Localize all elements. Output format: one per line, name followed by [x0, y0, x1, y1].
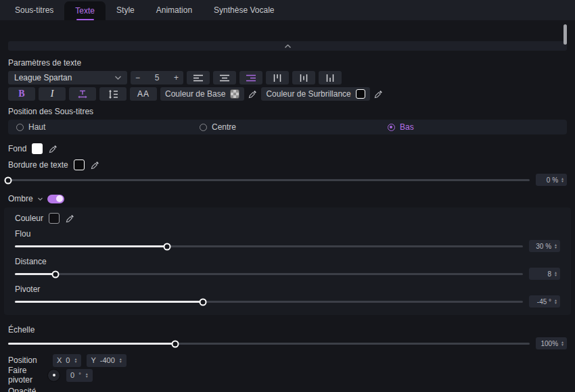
fond-row: Fond — [8, 143, 567, 155]
vertical-align-top-button[interactable] — [266, 71, 289, 84]
tab-texte[interactable]: Texte — [64, 1, 106, 20]
letter-spacing-button[interactable] — [69, 87, 96, 101]
font-size-decrease-button[interactable]: − — [135, 73, 140, 82]
subtitle-position-options: Haut Centre Bas — [8, 120, 567, 134]
distance-slider[interactable] — [15, 268, 523, 279]
position-x-stepper[interactable]: X 0 ▲▼ — [53, 354, 81, 367]
radio-icon — [16, 124, 24, 131]
ombre-toggle[interactable] — [47, 195, 64, 203]
echelle-value-box[interactable]: 100% ▲▼ — [536, 337, 567, 349]
slider-knob[interactable] — [164, 243, 171, 250]
distance-value-box[interactable]: 8 ▲▼ — [529, 268, 560, 280]
stepper-arrows[interactable]: ▲▼ — [561, 341, 564, 347]
ombre-chevron-down-icon[interactable] — [38, 197, 43, 201]
base-color-button[interactable]: Couleur de Base — [160, 87, 244, 101]
position-label: Position — [8, 356, 53, 365]
highlight-color-button[interactable]: Couleur de Surbrillance — [261, 87, 369, 101]
highlight-color-eyedropper-icon[interactable] — [374, 90, 383, 99]
tab-animation[interactable]: Animation — [145, 0, 203, 20]
pivoter-label: Pivoter — [15, 285, 560, 294]
italic-button[interactable]: I — [39, 87, 66, 101]
font-size-value[interactable]: 5 — [155, 73, 160, 82]
stepper-arrows[interactable]: ▲▼ — [85, 372, 89, 378]
line-spacing-button[interactable] — [99, 87, 127, 101]
position-y-stepper[interactable]: Y -400 ▲▼ — [87, 354, 126, 367]
chevron-down-icon — [115, 76, 121, 80]
bold-button[interactable]: B — [8, 87, 35, 101]
align-right-button[interactable] — [239, 71, 262, 84]
slider-knob[interactable] — [52, 270, 60, 278]
slider-knob[interactable] — [199, 298, 206, 305]
slider-fill — [15, 245, 167, 247]
opacite-label: Opacité — [8, 387, 567, 392]
position-option-label: Haut — [28, 122, 45, 132]
stepper-arrows[interactable]: ▲▼ — [554, 271, 557, 277]
position-option-label: Centre — [212, 122, 236, 132]
letter-spacing-icon — [78, 90, 87, 99]
highlight-color-swatch[interactable] — [356, 89, 365, 99]
stepper-arrows[interactable]: ▲▼ — [554, 243, 557, 249]
stepper-arrows[interactable]: ▲▼ — [554, 299, 557, 305]
bordure-value-box[interactable]: 0 % ▲▼ — [536, 174, 567, 186]
panel-top-area — [0, 20, 575, 41]
ombre-color-swatch[interactable] — [49, 213, 60, 224]
degree-unit: ° — [78, 372, 81, 378]
vertical-align-top-icon — [273, 74, 281, 82]
slider-knob[interactable] — [171, 340, 179, 347]
pivoter-slider-row: -45 ° ▲▼ — [15, 295, 560, 308]
echelle-slider[interactable] — [8, 338, 530, 349]
pivoter-value-box[interactable]: -45 ° ▲▼ — [529, 295, 560, 308]
tab-synthese-vocale[interactable]: Synthèse Vocale — [203, 0, 285, 20]
collapse-bar[interactable] — [8, 41, 567, 51]
bordure-row: Bordure de texte — [8, 159, 567, 171]
text-subtitle-settings-panel: { "tabs": [ {"label": "Sous-titres", "ac… — [0, 0, 575, 392]
fond-color-swatch[interactable] — [32, 143, 43, 154]
rotation-stepper[interactable]: 0 ° ▲▼ — [66, 369, 93, 382]
vertical-scrollbar-thumb[interactable] — [564, 24, 567, 45]
fond-eyedropper-icon[interactable] — [49, 145, 58, 153]
base-color-label: Couleur de Base — [165, 89, 225, 99]
position-option-haut[interactable]: Haut — [16, 120, 45, 134]
font-family-select[interactable]: League Spartan — [8, 71, 127, 84]
subtitle-position-title: Position des Sous-titres — [8, 107, 567, 116]
align-center-icon — [220, 74, 230, 82]
stepper-arrows[interactable]: ▲▼ — [74, 358, 77, 364]
align-right-icon — [246, 74, 256, 82]
base-color-swatch[interactable] — [230, 89, 239, 99]
align-center-button[interactable] — [213, 71, 236, 84]
position-option-centre[interactable]: Centre — [200, 120, 236, 134]
slider-fill — [8, 343, 175, 345]
vertical-align-bottom-button[interactable] — [319, 71, 342, 84]
font-size-increase-button[interactable]: + — [174, 73, 179, 82]
bordure-eyedropper-icon[interactable] — [91, 161, 99, 170]
position-option-bas[interactable]: Bas — [388, 120, 414, 134]
slider-knob[interactable] — [5, 176, 12, 184]
tab-style[interactable]: Style — [106, 0, 145, 20]
align-left-icon — [193, 74, 204, 82]
caps-button[interactable]: AA — [130, 87, 157, 101]
flou-slider[interactable] — [15, 241, 523, 251]
radio-selected-icon — [388, 124, 395, 131]
base-color-eyedropper-icon[interactable] — [248, 90, 257, 99]
pivoter-slider[interactable] — [15, 296, 523, 307]
bordure-color-swatch[interactable] — [74, 160, 85, 170]
radio-icon — [200, 124, 207, 131]
echelle-label: Échelle — [8, 325, 567, 335]
text-style-toolbar-row: B I AA Couleur de Base Couleur de Surbri… — [8, 87, 567, 101]
align-left-button[interactable] — [187, 71, 210, 84]
italic-icon: I — [51, 89, 54, 99]
stepper-arrows[interactable]: ▲▼ — [119, 358, 122, 364]
stepper-arrows[interactable]: ▲▼ — [561, 177, 564, 183]
slider-track — [15, 273, 523, 275]
rotation-dial-icon[interactable] — [47, 369, 60, 382]
vertical-align-middle-button[interactable] — [292, 71, 315, 84]
flou-value-box[interactable]: 30 % ▲▼ — [529, 240, 560, 252]
bordure-value: 0 % — [547, 176, 558, 184]
ombre-eyedropper-icon[interactable] — [66, 214, 74, 223]
caps-icon: AA — [137, 89, 150, 99]
text-settings-title: Paramètres de texte — [8, 58, 567, 68]
bordure-slider[interactable] — [8, 174, 530, 185]
tab-sous-titres[interactable]: Sous-titres — [4, 0, 64, 20]
position-y-value: -400 — [100, 356, 115, 364]
slider-track — [8, 179, 530, 181]
